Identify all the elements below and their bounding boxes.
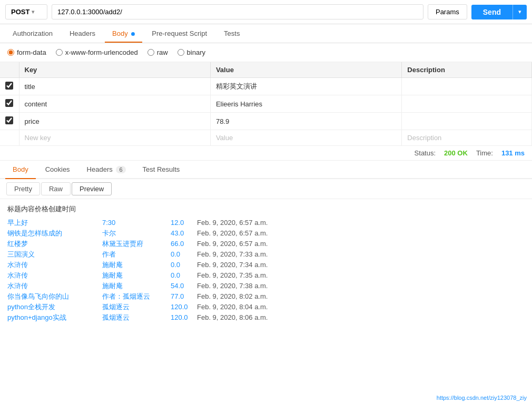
binary-radio-label[interactable]: binary	[178, 48, 205, 56]
col1-link[interactable]: 水浒传	[7, 260, 102, 270]
col1-link[interactable]: 三国演义	[7, 250, 102, 259]
col4-date: Feb. 9, 2020, 7:35 a.m.	[197, 271, 268, 279]
row-value[interactable]: 78.9	[210, 113, 401, 130]
list-item: 三国演义 作者 0.0 Feb. 9, 2020, 7:33 a.m.	[7, 250, 525, 259]
raw-button[interactable]: Raw	[41, 182, 71, 195]
row-key[interactable]: price	[19, 113, 210, 130]
col3-link[interactable]: 0.0	[171, 261, 197, 269]
col4-date: Feb. 9, 2020, 6:57 a.m.	[197, 219, 268, 227]
list-item: 钢铁是怎样练成的 卡尔 43.0 Feb. 9, 2020, 6:57 a.m.	[7, 229, 525, 238]
preview-button[interactable]: Preview	[72, 182, 112, 195]
new-desc-cell[interactable]: Description	[402, 130, 532, 146]
col2-link[interactable]: 作者：孤烟逐云	[102, 292, 171, 301]
urlencoded-radio-label[interactable]: x-www-form-urlencoded	[56, 48, 138, 56]
list-item: 你当像鸟飞向你的山 作者：孤烟逐云 77.0 Feb. 9, 2020, 8:0…	[7, 292, 525, 301]
new-value-cell[interactable]: Value	[210, 130, 401, 146]
row-description[interactable]	[402, 113, 532, 130]
row-checkbox-0[interactable]	[5, 82, 13, 90]
url-hint: https://blog.csdn.net/ziy123078_ziy	[437, 395, 527, 401]
list-item: 红楼梦 林黛玉进贾府 66.0 Feb. 9, 2020, 6:57 a.m.	[7, 239, 525, 249]
col3-link[interactable]: 120.0	[171, 303, 197, 311]
tab-authorization[interactable]: Authorization	[5, 24, 60, 43]
response-status-bar: Status: 200 OK Time: 131 ms	[0, 146, 532, 161]
pretty-button[interactable]: Pretty	[6, 182, 40, 195]
col2-link[interactable]: 7:30	[102, 219, 171, 227]
col3-link[interactable]: 43.0	[171, 229, 197, 237]
row-key[interactable]: title	[19, 78, 210, 95]
col3-link[interactable]: 54.0	[171, 282, 197, 290]
col-header-key: Key	[19, 62, 210, 78]
url-input[interactable]	[52, 4, 423, 19]
tab-prerequest[interactable]: Pre-request Script	[144, 24, 214, 43]
col1-link[interactable]: 水浒传	[7, 271, 102, 280]
row-description[interactable]	[402, 78, 532, 95]
row-checkbox-2[interactable]	[5, 116, 13, 124]
binary-label: binary	[187, 48, 205, 56]
table-row: price 78.9	[0, 113, 532, 130]
row-key[interactable]: content	[19, 95, 210, 113]
list-item: 水浒传 施耐庵 54.0 Feb. 9, 2020, 7:38 a.m.	[7, 281, 525, 291]
col3-link[interactable]: 66.0	[171, 240, 197, 248]
list-item: python全栈开发 孤烟逐云 120.0 Feb. 9, 2020, 8:04…	[7, 302, 525, 312]
col2-link[interactable]: 卡尔	[102, 229, 171, 238]
col2-link[interactable]: 作者	[102, 250, 171, 259]
col2-link[interactable]: 孤烟逐云	[102, 302, 171, 312]
send-button[interactable]: Send	[471, 5, 513, 19]
params-button[interactable]: Params	[428, 4, 467, 19]
col3-link[interactable]: 0.0	[171, 271, 197, 279]
col1-link[interactable]: 早上好	[7, 218, 102, 228]
row-checkbox-cell[interactable]	[0, 113, 19, 130]
col1-link[interactable]: 水浒传	[7, 281, 102, 291]
form-data-radio[interactable]	[7, 49, 14, 56]
row-checkbox-cell[interactable]	[0, 95, 19, 113]
col1-link[interactable]: 钢铁是怎样练成的	[7, 229, 102, 238]
col4-date: Feb. 9, 2020, 6:57 a.m.	[197, 229, 268, 237]
tab-body[interactable]: Body	[105, 24, 142, 43]
raw-radio[interactable]	[147, 49, 154, 56]
table-row: content Elieeris Harries	[0, 95, 532, 113]
col4-date: Feb. 9, 2020, 8:06 a.m.	[197, 313, 268, 321]
send-button-group: Send ▾	[471, 5, 527, 19]
urlencoded-radio[interactable]	[56, 49, 63, 56]
tab-headers[interactable]: Headers	[62, 24, 103, 43]
tab-tests[interactable]: Tests	[216, 24, 247, 43]
row-checkbox-1[interactable]	[5, 99, 13, 107]
request-tabs: Authorization Headers Body Pre-request S…	[0, 24, 532, 43]
col2-link[interactable]: 施耐庵	[102, 260, 171, 270]
column-header: 标题内容价格创建时间	[7, 204, 525, 214]
col4-date: Feb. 9, 2020, 7:34 a.m.	[197, 261, 268, 269]
status-value: 200 OK	[444, 149, 468, 157]
binary-radio[interactable]	[178, 49, 184, 56]
send-dropdown-button[interactable]: ▾	[513, 5, 527, 19]
col4-date: Feb. 9, 2020, 7:38 a.m.	[197, 282, 268, 290]
col2-link[interactable]: 施耐庵	[102, 271, 171, 280]
rtab-cookies[interactable]: Cookies	[38, 161, 77, 178]
new-key-cell[interactable]: New key	[19, 130, 210, 146]
col2-link[interactable]: 孤烟逐云	[102, 313, 171, 322]
row-checkbox-cell[interactable]	[0, 78, 19, 95]
col3-link[interactable]: 77.0	[171, 292, 197, 300]
col1-link[interactable]: python+django实战	[7, 313, 102, 322]
row-value[interactable]: Elieeris Harries	[210, 95, 401, 113]
col1-link[interactable]: python全栈开发	[7, 302, 102, 312]
col2-link[interactable]: 林黛玉进贾府	[102, 239, 171, 249]
raw-radio-label[interactable]: raw	[147, 48, 168, 56]
col1-link[interactable]: 你当像鸟飞向你的山	[7, 292, 102, 301]
col1-link[interactable]: 红楼梦	[7, 239, 102, 249]
method-label: POST	[11, 8, 29, 16]
form-data-radio-label[interactable]: form-data	[7, 48, 46, 56]
col3-link[interactable]: 0.0	[171, 250, 197, 258]
col4-date: Feb. 9, 2020, 8:04 a.m.	[197, 303, 268, 311]
rtab-body[interactable]: Body	[5, 161, 36, 178]
col3-link[interactable]: 12.0	[171, 219, 197, 227]
rtab-test-results[interactable]: Test Results	[135, 161, 188, 178]
rtab-headers[interactable]: Headers 6	[80, 161, 133, 178]
col3-link[interactable]: 120.0	[171, 313, 197, 321]
new-key-row: New key Value Description	[0, 130, 532, 146]
response-rows-container: 早上好 7:30 12.0 Feb. 9, 2020, 6:57 a.m. 钢铁…	[7, 218, 525, 322]
row-description[interactable]	[402, 95, 532, 113]
row-value[interactable]: 精彩英文演讲	[210, 78, 401, 95]
col4-date: Feb. 9, 2020, 7:33 a.m.	[197, 250, 268, 258]
col2-link[interactable]: 施耐庵	[102, 281, 171, 291]
method-button[interactable]: POST ▾	[5, 4, 47, 19]
